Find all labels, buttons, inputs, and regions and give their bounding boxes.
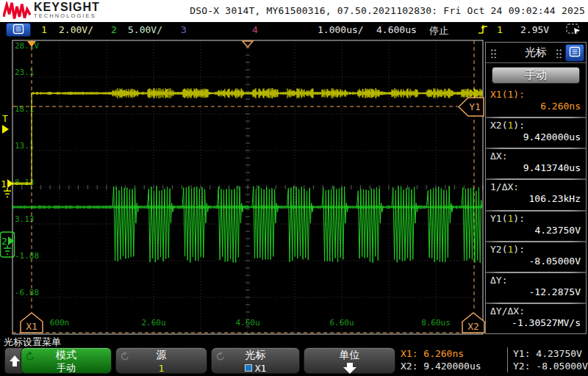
drag-grip-icon[interactable] xyxy=(556,48,562,58)
trigger-source[interactable]: 1 xyxy=(497,24,503,35)
cursor-row-value: 9.413740us xyxy=(490,162,582,173)
cursor-x1-flag-label: X1 xyxy=(26,321,37,332)
ch4-number[interactable]: 4 xyxy=(252,24,258,35)
pointer-mode-icon[interactable] xyxy=(566,24,582,38)
cursor-y1-flag-label: Y1 xyxy=(469,101,481,112)
cursor-row-label: X1(1): xyxy=(490,89,582,100)
ch2-burst xyxy=(357,187,384,263)
ch1-scale[interactable]: 2.00V/ xyxy=(59,24,93,35)
cursor-row-label: ΔX: xyxy=(490,151,582,162)
v-scale-label: -1.88 xyxy=(15,251,39,261)
status-bar: 1 2.00V/ 2 5.00V/ 3 4 1.000us/ 4.600us 停… xyxy=(0,22,588,38)
softkey-mode[interactable]: 模式 手动 xyxy=(21,347,112,374)
cursor-color-chip xyxy=(245,364,252,372)
cursor-row-label: X2(1): xyxy=(490,120,582,131)
ch1-number[interactable]: 1 xyxy=(41,24,47,35)
cursor-readout-rows: X1(1):6.260nsX2(1):9.420000usΔX:9.413740… xyxy=(486,87,586,333)
y2-readout: Y2: -8.05000V xyxy=(513,360,588,372)
rotate-knob-icon xyxy=(215,350,226,364)
cursor-row-ΔY: ΔY:-12.2875V xyxy=(486,273,586,303)
trigger-slope-icon xyxy=(478,24,489,37)
ch1-ground-marker-label: 1 xyxy=(1,178,7,189)
hamburger-icon xyxy=(569,46,581,60)
softkey-cursor-value: X1 xyxy=(255,363,267,374)
time-label: 600n xyxy=(50,318,70,328)
sidebar-header[interactable]: 光标 xyxy=(486,43,586,63)
time-label: 4.60u xyxy=(235,318,259,328)
ycursor-readout: Y1: 4.23750V Y2: -8.05000V xyxy=(513,347,588,372)
waveform-plot: 28.1V23.118.113.18.133.13-1.88-6.88600n2… xyxy=(0,38,485,336)
sidebar-title: 光标 xyxy=(525,46,547,59)
cursor-row-Y2: Y2(1):-8.05000V xyxy=(486,242,586,272)
timebase-readout[interactable]: 1.000us/ xyxy=(318,24,364,35)
softkey-source[interactable]: 源 1 xyxy=(115,347,207,374)
ch2-burst xyxy=(148,186,175,262)
axis-labels: 28.1V23.118.113.18.133.13-1.88-6.88600n2… xyxy=(15,41,451,328)
cursor-row-value: -1.30527MV/s xyxy=(490,317,582,328)
softkey-cursor[interactable]: 光标 X1 xyxy=(211,347,300,374)
trigger-level-marker-label: T xyxy=(2,113,8,124)
brand-text: KEYSIGHT TECHNOLOGIES xyxy=(34,1,100,19)
xcursor-readout: X1: 6.260ns X2: 9.420000us xyxy=(401,347,481,372)
ch3-number[interactable]: 3 xyxy=(181,24,187,35)
v-scale-label: 28.1V xyxy=(15,41,39,51)
cursor-sidebar: 光标 手动 X1(1):6.260nsX2(1):9.420000usΔX:9.… xyxy=(485,42,587,334)
cursor-row-value: 106.23kHz xyxy=(490,193,582,204)
readout-divider xyxy=(507,347,508,372)
ch2-burst xyxy=(427,186,454,262)
ch2-scale[interactable]: 5.00V/ xyxy=(128,24,162,35)
ch2-ground-marker-icon[interactable] xyxy=(8,236,14,245)
cursor-row-value: 9.420000us xyxy=(490,131,582,142)
cursor-row-X2: X2(1):9.420000us xyxy=(486,118,586,148)
cursor-row-label: ΔY/ΔX: xyxy=(490,306,582,317)
rotate-knob-icon xyxy=(120,350,130,364)
title-bar: KEYSIGHT TECHNOLOGIES DSO-X 3014T, MY615… xyxy=(0,0,588,22)
ch2-burst xyxy=(112,187,140,261)
softkey-units-label: 单位 xyxy=(304,349,395,362)
main-menu-button[interactable] xyxy=(6,23,31,37)
x1-readout: X1: 6.260ns xyxy=(401,347,481,360)
up-arrow-icon xyxy=(10,355,20,366)
ch2-ground-marker-label: 2 xyxy=(1,236,7,247)
cursor-row-label: Y2(1): xyxy=(490,244,582,255)
time-label: 8.60us xyxy=(421,318,451,328)
cursor-row-value: 6.260ns xyxy=(490,101,582,112)
cursor-row-1/ΔX: 1/ΔX:106.23kHz xyxy=(486,180,586,209)
graticule xyxy=(12,40,483,334)
trigger-level-marker-icon[interactable] xyxy=(2,125,9,134)
sidebar-menu-button[interactable] xyxy=(565,44,584,62)
softkey-menu-bar: 光标设置菜单 模式 手动 源 1 xyxy=(0,336,588,376)
hamburger-icon xyxy=(12,24,24,37)
cursor-row-X1: X1(1):6.260ns xyxy=(486,87,586,117)
cursor-row-ΔY/ΔX: ΔY/ΔX:-1.30527MV/s xyxy=(486,304,586,333)
keysight-logo-icon xyxy=(3,1,31,24)
cursor-row-label: 1/ΔX: xyxy=(490,181,582,192)
cursor-x2-flag-label: X2 xyxy=(467,321,479,332)
ch2-number[interactable]: 2 xyxy=(111,24,117,35)
rotate-knob-icon xyxy=(25,350,35,364)
cursor-row-value: -12.2875V xyxy=(490,286,582,297)
softkey-units[interactable]: 单位 xyxy=(304,347,395,374)
cursor-row-value: -8.05000V xyxy=(490,256,582,267)
cursor-mode-button[interactable]: 手动 xyxy=(492,67,580,84)
y1-readout: Y1: 4.23750V xyxy=(513,347,588,360)
cursor-row-label: Y1(1): xyxy=(490,213,582,224)
brand-subtitle: TECHNOLOGIES xyxy=(34,12,100,19)
cursor-row-ΔX: ΔX:9.413740us xyxy=(486,149,586,178)
display-area: 28.1V23.118.113.18.133.13-1.88-6.88600n2… xyxy=(0,38,588,336)
v-scale-label: -6.88 xyxy=(15,288,39,297)
down-arrow-icon xyxy=(343,363,356,374)
x2-readout: X2: 9.420000us xyxy=(401,360,481,372)
cursor-row-Y1: Y1(1):4.23750V xyxy=(486,212,586,241)
ch2-burst xyxy=(252,186,279,260)
delay-readout[interactable]: 4.600us xyxy=(376,24,417,35)
ch2-burst xyxy=(462,187,482,263)
drag-grip-icon[interactable] xyxy=(490,48,497,58)
trigger-level[interactable]: 2.95V xyxy=(520,24,549,35)
ch2-burst xyxy=(392,187,419,263)
time-label: 6.60u xyxy=(329,318,354,328)
system-info: DSO-X 3014T, MY61500316, 07.50.202110283… xyxy=(190,5,585,16)
brand-name: KEYSIGHT xyxy=(34,1,100,12)
acquisition-status: 停止 xyxy=(429,24,448,37)
oscilloscope-screen: KEYSIGHT TECHNOLOGIES DSO-X 3014T, MY615… xyxy=(0,0,588,376)
